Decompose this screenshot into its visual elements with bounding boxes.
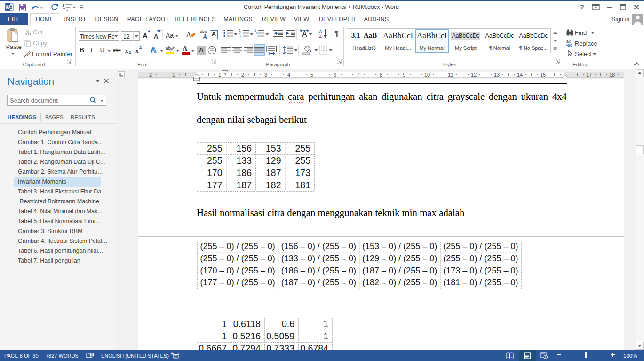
svg-text:?: ? xyxy=(580,3,584,11)
svg-text:A: A xyxy=(202,33,207,40)
svg-text:Z: Z xyxy=(319,33,322,39)
svg-text:A: A xyxy=(302,30,307,38)
svg-text:i: i xyxy=(257,34,257,38)
svg-text:3: 3 xyxy=(239,34,241,38)
svg-text:W: W xyxy=(5,4,10,10)
